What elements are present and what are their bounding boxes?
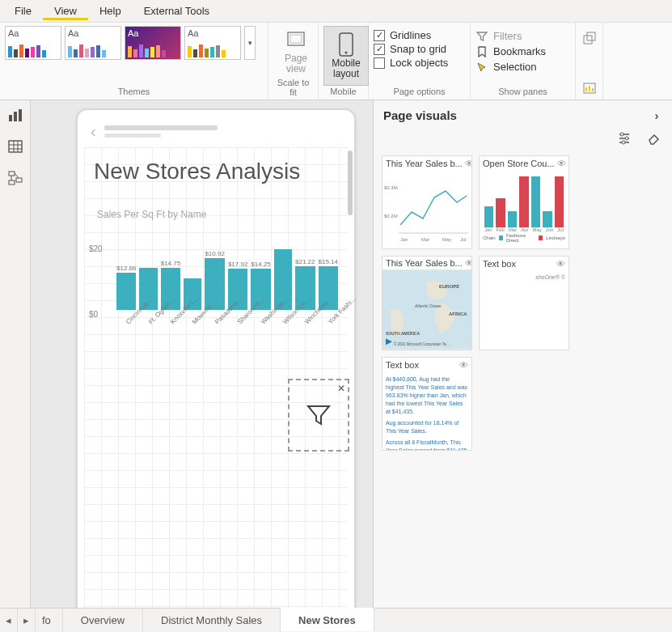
gridlines-checkbox[interactable]: ✓Gridlines — [374, 29, 465, 41]
data-view-icon[interactable] — [7, 138, 23, 157]
sync-slicers-button[interactable] — [582, 26, 597, 48]
tab-nav-next[interactable]: ▸ — [18, 609, 36, 632]
collapse-pane-icon[interactable]: › — [649, 108, 664, 122]
funnel-icon — [475, 31, 488, 42]
ribbon: Aa Aa Aa — [0, 23, 672, 100]
svg-text:Mar: Mar — [421, 237, 429, 242]
theme-thumb-1[interactable]: Aa — [5, 26, 61, 60]
mobile-frame: ‹ New Stores Analysis Sales Per Sq Ft by… — [76, 108, 356, 608]
svg-point-3 — [345, 52, 348, 54]
scale-group-label: Scale to fit — [273, 78, 313, 99]
themes-group-label: Themes — [5, 87, 263, 98]
svg-point-28 — [622, 141, 625, 144]
main-area: ‹ New Stores Analysis Sales Per Sq Ft by… — [0, 100, 672, 608]
bar-0: $12.86Cincinnati… — [116, 265, 136, 317]
visual-card-map[interactable]: This Year Sales b...👁 EUROPE AFRICA SOUT… — [382, 256, 472, 350]
svg-rect-20 — [9, 180, 15, 185]
snap-to-grid-checkbox[interactable]: ✓Snap to grid — [374, 43, 465, 55]
page-visuals-pane: Page visuals › This Year Sales b...👁 $0.… — [374, 100, 672, 608]
svg-text:May: May — [442, 237, 451, 242]
y-tick-20: $20 — [89, 244, 103, 253]
visual-card-bar[interactable]: Open Store Cou...👁 JanFeb MarApr MayJun … — [479, 155, 569, 249]
svg-rect-7 — [585, 87, 587, 91]
themes-dropdown[interactable]: ▾ — [244, 26, 256, 60]
funnel-icon — [305, 401, 332, 429]
svg-line-21 — [15, 173, 19, 178]
settings-icon[interactable] — [617, 130, 632, 147]
theme-thumb-3[interactable]: Aa — [125, 26, 181, 60]
visibility-icon[interactable]: 👁 — [459, 360, 468, 370]
visual-card-textbox-1[interactable]: Text box👁 shoOne® © — [479, 256, 569, 350]
page-options-group-label: Page options — [374, 87, 465, 98]
mobile-layout-button[interactable]: Mobile layout — [323, 26, 369, 86]
svg-rect-5 — [587, 32, 595, 40]
phone-scrollbar[interactable] — [348, 151, 353, 215]
selection-pane-button[interactable]: Selection — [475, 60, 570, 74]
svg-text:AFRICA: AFRICA — [449, 312, 467, 317]
sales-per-sqft-chart[interactable]: Sales Per Sq Ft by Name $20 $0 $12.86Cin… — [87, 209, 340, 345]
tab-new-stores[interactable]: New Stores — [281, 608, 374, 631]
svg-text:EUROPE: EUROPE — [439, 285, 459, 290]
bookmark-icon — [475, 46, 488, 57]
performance-analyzer-button[interactable] — [582, 76, 597, 98]
svg-text:Atlantic
Ocean: Atlantic Ocean — [414, 304, 442, 309]
tab-nav-prev[interactable]: ◂ — [0, 609, 18, 632]
visibility-icon[interactable]: 👁 — [556, 259, 565, 269]
filters-pane-button[interactable]: Filters — [475, 29, 570, 43]
close-icon[interactable]: ✕ — [337, 383, 345, 394]
theme-thumb-4[interactable]: Aa — [184, 26, 241, 60]
svg-text:Jul: Jul — [460, 237, 467, 242]
visibility-icon[interactable]: 👁 — [465, 258, 471, 268]
page-view-button[interactable]: Page view — [273, 26, 319, 78]
svg-rect-11 — [14, 112, 17, 121]
menu-external-tools[interactable]: External Tools — [133, 2, 221, 20]
svg-rect-19 — [16, 178, 22, 182]
page-tabs: ◂ ▸ fo Overview District Monthly Sales N… — [0, 608, 672, 632]
svg-rect-8 — [589, 86, 590, 91]
performance-icon — [582, 81, 597, 95]
menu-view[interactable]: View — [43, 2, 88, 20]
model-view-icon[interactable] — [7, 170, 23, 189]
svg-rect-13 — [9, 141, 22, 152]
svg-text:$0.3M: $0.3M — [384, 185, 398, 190]
selection-icon — [475, 62, 488, 73]
svg-rect-4 — [584, 36, 592, 44]
visual-card-textbox-2[interactable]: Text box👁 At $440,800, Aug had the highe… — [382, 357, 472, 451]
phone-header: ‹ — [84, 117, 348, 146]
svg-point-27 — [625, 137, 628, 140]
page-visuals-title: Page visuals — [383, 108, 457, 122]
tab-district-monthly-sales[interactable]: District Monthly Sales — [143, 609, 281, 632]
menubar: File View Help External Tools — [0, 0, 672, 23]
bookmarks-pane-button[interactable]: Bookmarks — [475, 45, 570, 58]
theme-thumb-2[interactable]: Aa — [65, 26, 121, 60]
svg-text:© 2021 Microsoft Corporation T: © 2021 Microsoft Corporation Te… — [394, 342, 450, 347]
mobile-canvas-grid[interactable]: New Stores Analysis Sales Per Sq Ft by N… — [84, 147, 348, 608]
svg-rect-18 — [9, 172, 15, 176]
chart-title: Sales Per Sq Ft by Name — [87, 209, 340, 220]
menu-file[interactable]: File — [3, 2, 43, 20]
eraser-icon[interactable] — [646, 130, 661, 147]
page-view-icon — [285, 29, 307, 52]
svg-text:$0.2M: $0.2M — [384, 214, 398, 218]
visual-card-line[interactable]: This Year Sales b...👁 $0.3M $0.2M Jan Ma… — [382, 155, 472, 249]
report-view-icon[interactable] — [7, 107, 23, 125]
back-chevron-icon[interactable]: ‹ — [91, 122, 96, 141]
lock-objects-checkbox[interactable]: Lock objects — [374, 57, 465, 69]
menu-help[interactable]: Help — [88, 2, 133, 20]
svg-rect-1 — [290, 35, 302, 43]
slicer-placeholder[interactable]: ✕ — [288, 379, 349, 452]
svg-rect-10 — [9, 115, 12, 121]
canvas[interactable]: ‹ New Stores Analysis Sales Per Sq Ft by… — [31, 100, 374, 608]
report-title: New Stores Analysis — [94, 159, 300, 185]
svg-rect-9 — [592, 88, 594, 91]
svg-text:Jan: Jan — [400, 237, 408, 242]
mobile-group-label: Mobile — [323, 87, 363, 98]
visibility-icon[interactable]: 👁 — [465, 159, 471, 168]
sync-slicers-icon — [582, 31, 597, 45]
svg-point-26 — [620, 133, 623, 136]
tab-partial[interactable]: fo — [36, 609, 63, 632]
tab-overview[interactable]: Overview — [63, 609, 143, 632]
visibility-icon[interactable]: 👁 — [557, 159, 566, 168]
mobile-icon — [338, 32, 354, 57]
y-tick-0: $0 — [89, 310, 98, 319]
